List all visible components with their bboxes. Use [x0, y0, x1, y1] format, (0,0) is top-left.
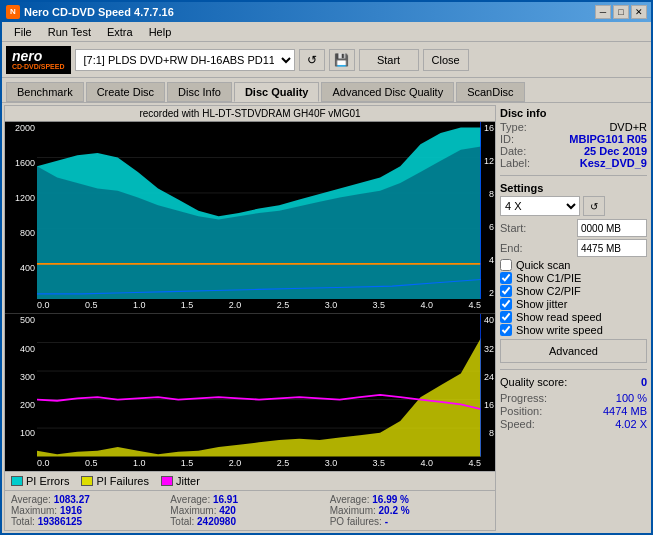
start-range-row: Start:: [500, 219, 647, 237]
jitter-po-val: -: [385, 516, 388, 527]
pi-failures-avg-val: 16.91: [213, 494, 238, 505]
show-write-speed-checkbox[interactable]: [500, 324, 512, 336]
show-read-speed-row: Show read speed: [500, 311, 647, 323]
menu-run-test[interactable]: Run Test: [40, 24, 99, 40]
tab-disc-quality[interactable]: Disc Quality: [234, 82, 320, 102]
maximize-button[interactable]: □: [613, 5, 629, 19]
disc-type-val: DVD+R: [609, 121, 647, 133]
settings-section: Settings 4 X 2 X 1 X Max ↺ Start: End:: [500, 182, 647, 363]
disc-id-val: MBIPG101 R05: [569, 133, 647, 145]
jitter-avg-label: Average: 16.99 %: [330, 494, 489, 505]
toolbar: nero CD·DVD/SPEED [7:1] PLDS DVD+RW DH-1…: [2, 42, 651, 78]
bottom-chart-x-labels: 0.00.51.01.52.02.53.03.54.04.5: [37, 457, 481, 471]
pi-errors-avg-label: Average: 1083.27: [11, 494, 170, 505]
jitter-avg-val: 16.99 %: [372, 494, 409, 505]
tab-bar: Benchmark Create Disc Disc Info Disc Qua…: [2, 78, 651, 102]
pi-errors-max-val: 1916: [60, 505, 82, 516]
pi-errors-avg-val: 1083.27: [54, 494, 90, 505]
end-input[interactable]: [577, 239, 647, 257]
advanced-button[interactable]: Advanced: [500, 339, 647, 363]
top-chart: 2000 1600 1200 800 400 16 12 8 6 4: [5, 122, 495, 314]
tab-advanced-disc-quality[interactable]: Advanced Disc Quality: [321, 82, 454, 102]
show-c2pif-checkbox[interactable]: [500, 285, 512, 297]
window-controls: ─ □ ✕: [595, 5, 647, 19]
show-write-speed-row: Show write speed: [500, 324, 647, 336]
disc-id-label: ID:: [500, 133, 514, 145]
position-label: Position:: [500, 405, 542, 417]
top-chart-y-left: 2000 1600 1200 800 400: [5, 122, 37, 299]
divider-2: [500, 369, 647, 370]
start-label: Start:: [500, 222, 526, 234]
quality-score-row: Quality score: 0: [500, 376, 647, 388]
main-window: N Nero CD-DVD Speed 4.7.7.16 ─ □ ✕ File …: [0, 0, 653, 535]
title-bar: N Nero CD-DVD Speed 4.7.7.16 ─ □ ✕: [2, 2, 651, 22]
refresh-drive-button[interactable]: ↺: [299, 49, 325, 71]
drive-selector[interactable]: [7:1] PLDS DVD+RW DH-16ABS PD11: [75, 49, 295, 71]
disc-label-label: Label:: [500, 157, 530, 169]
divider-1: [500, 175, 647, 176]
start-button[interactable]: Start: [359, 49, 419, 71]
end-range-row: End:: [500, 239, 647, 257]
speed-display-label: Speed:: [500, 418, 535, 430]
pi-errors-color: [11, 476, 23, 486]
save-button[interactable]: 💾: [329, 49, 355, 71]
tab-create-disc[interactable]: Create Disc: [86, 82, 165, 102]
pi-failures-stats: Average: 16.91 Maximum: 420 Total: 24209…: [170, 494, 329, 527]
main-content: recorded with HL-DT-STDVDRAM GH40F vMG01…: [2, 102, 651, 533]
bottom-chart-y-left: 500 400 300 200 100: [5, 314, 37, 457]
speed-selector[interactable]: 4 X 2 X 1 X Max: [500, 196, 580, 216]
pi-failures-total-label: Total: 2420980: [170, 516, 329, 527]
speed-display-row: Speed: 4.02 X: [500, 418, 647, 430]
progress-label: Progress:: [500, 392, 547, 404]
show-write-speed-label: Show write speed: [516, 324, 603, 336]
tab-disc-info[interactable]: Disc Info: [167, 82, 232, 102]
disc-label-row: Label: Kesz_DVD_9: [500, 157, 647, 169]
top-chart-y-right: 16 12 8 6 4 2: [481, 122, 495, 299]
close-button[interactable]: ✕: [631, 5, 647, 19]
disc-label-val: Kesz_DVD_9: [580, 157, 647, 169]
disc-date-label: Date:: [500, 145, 526, 157]
legend-pi-failures: PI Failures: [81, 475, 149, 487]
right-panel: Disc info Type: DVD+R ID: MBIPG101 R05 D…: [496, 103, 651, 533]
position-val: 4474 MB: [603, 405, 647, 417]
pi-failures-total-val: 2420980: [197, 516, 236, 527]
jitter-po-label: PO failures: -: [330, 516, 489, 527]
menu-file[interactable]: File: [6, 24, 40, 40]
quick-scan-checkbox[interactable]: [500, 259, 512, 271]
legend-pi-errors: PI Errors: [11, 475, 69, 487]
tab-benchmark[interactable]: Benchmark: [6, 82, 84, 102]
disc-type-label: Type:: [500, 121, 527, 133]
show-c2pif-label: Show C2/PIF: [516, 285, 581, 297]
close-toolbar-button[interactable]: Close: [423, 49, 469, 71]
menu-extra[interactable]: Extra: [99, 24, 141, 40]
show-read-speed-label: Show read speed: [516, 311, 602, 323]
bottom-chart-svg: [37, 314, 481, 457]
disc-id-row: ID: MBIPG101 R05: [500, 133, 647, 145]
show-read-speed-checkbox[interactable]: [500, 311, 512, 323]
show-jitter-checkbox[interactable]: [500, 298, 512, 310]
end-label: End:: [500, 242, 523, 254]
window-title: Nero CD-DVD Speed 4.7.7.16: [24, 6, 174, 18]
show-c1pie-checkbox[interactable]: [500, 272, 512, 284]
show-jitter-row: Show jitter: [500, 298, 647, 310]
pi-failures-max-val: 420: [219, 505, 236, 516]
bottom-chart-y-right: 40 32 24 16 8: [481, 314, 495, 457]
pi-errors-stats: Average: 1083.27 Maximum: 1916 Total: 19…: [11, 494, 170, 527]
settings-title: Settings: [500, 182, 647, 194]
disc-type-row: Type: DVD+R: [500, 121, 647, 133]
speed-row: 4 X 2 X 1 X Max ↺: [500, 196, 647, 216]
progress-row: Progress: 100 %: [500, 392, 647, 404]
refresh-speed-button[interactable]: ↺: [583, 196, 605, 216]
progress-section: Progress: 100 % Position: 4474 MB Speed:…: [500, 391, 647, 431]
jitter-color: [161, 476, 173, 486]
jitter-max-val: 20.2 %: [379, 505, 410, 516]
minimize-button[interactable]: ─: [595, 5, 611, 19]
pi-errors-label: PI Errors: [26, 475, 69, 487]
tab-scan-disc[interactable]: ScanDisc: [456, 82, 524, 102]
stats-bar: Average: 1083.27 Maximum: 1916 Total: 19…: [5, 490, 495, 530]
start-input[interactable]: [577, 219, 647, 237]
menu-help[interactable]: Help: [141, 24, 180, 40]
top-chart-svg: [37, 122, 481, 299]
jitter-label: Jitter: [176, 475, 200, 487]
position-row: Position: 4474 MB: [500, 405, 647, 417]
